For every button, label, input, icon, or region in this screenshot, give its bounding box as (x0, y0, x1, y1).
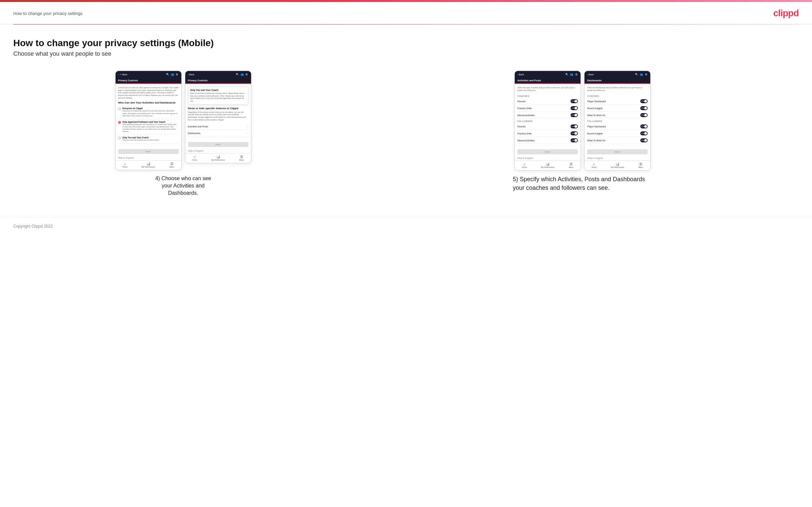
toggle-what-to-work-f[interactable]: ON (640, 138, 648, 143)
nav-menu-3[interactable]: ☰ Menu (569, 162, 573, 168)
back-button-3[interactable]: ‹ Back (517, 73, 524, 76)
help-label-4: Help & Support (587, 156, 648, 159)
save-button-3[interactable]: Save (517, 149, 578, 154)
toggle-what-to-work-followers[interactable]: What To Work On ON (587, 137, 648, 144)
toggle-drills-f[interactable]: ON (570, 131, 578, 135)
bottom-nav-2: ⌂ Home 📊 My Performance ☰ Menu (185, 153, 251, 163)
topbar-icons-2: 🔍 👥 ⚙ (236, 73, 248, 76)
performance-icon-2: 📊 (216, 155, 220, 159)
toggle-what-to-work-coaches[interactable]: What To Work On ON (587, 112, 648, 119)
toggle-what-to-work-c[interactable]: ON (640, 113, 648, 117)
screen-group-left: ‹ < Back 🔍 👥 ⚙ Privacy Controls (115, 71, 251, 170)
settings-icon-4[interactable]: ⚙ (644, 73, 648, 76)
user-icon-2[interactable]: 👥 (241, 73, 244, 76)
left-section: ‹ < Back 🔍 👥 ⚙ Privacy Controls (13, 71, 353, 197)
search-icon[interactable]: 🔍 (166, 73, 169, 76)
save-button-2[interactable]: Save (188, 142, 248, 147)
toggle-manual-c[interactable]: ON (570, 113, 578, 117)
activities-desc: Select the types of activity that you'd … (517, 87, 578, 92)
nav-home-label-3: Home (522, 166, 527, 168)
nav-home-label-4: Home (592, 166, 597, 168)
privacy-desc-1: Control how you and your data appears to… (118, 87, 179, 99)
toggle-round-insights-coaches[interactable]: Round Insights ON (587, 105, 648, 112)
phone-topbar-4: ‹ Back 🔍 👥 ⚙ (585, 71, 650, 78)
nav-home-2[interactable]: ⌂ Home (192, 155, 197, 161)
phone-mockup-2: ‹ Back 🔍 👥 ⚙ Privacy Controls (185, 71, 251, 163)
toggle-rounds-coaches[interactable]: Rounds ON (517, 98, 578, 105)
toggle-rounds-c[interactable]: ON (570, 99, 578, 103)
option-everyone[interactable]: Everyone on Clippd Everyone on Clippd ca… (118, 106, 179, 119)
back-button-4[interactable]: ‹ Back (587, 73, 594, 76)
toggle-drills-c[interactable]: ON (570, 106, 578, 110)
arrow-dashboards: › (247, 132, 248, 135)
user-icon-4[interactable]: 👥 (640, 73, 643, 76)
search-icon-2[interactable]: 🔍 (236, 73, 239, 76)
menu-icon: ☰ (170, 162, 173, 166)
nav-home-1[interactable]: ⌂ Home (122, 162, 128, 168)
phone-group-2: ‹ Back 🔍 👥 ⚙ Privacy Controls (185, 71, 251, 163)
back-button-2[interactable]: ‹ Back (188, 73, 195, 76)
radio-approved[interactable] (118, 121, 121, 124)
toggle-round-insights-c[interactable]: ON (640, 106, 648, 110)
option3-desc: Only you and the coaches you connect wit… (122, 139, 160, 142)
phone-topbar-3: ‹ Back 🔍 👥 ⚙ (515, 71, 580, 78)
nav-menu-4[interactable]: ☰ Menu (639, 162, 643, 168)
rounds-label-c: Rounds (517, 100, 525, 103)
user-icon-3[interactable]: 👥 (570, 73, 573, 76)
save-button-4[interactable]: Save (587, 149, 648, 154)
option-only-you[interactable]: Only You and Your Coach Only you and the… (118, 135, 179, 143)
followers-label-4: FOLLOWERS (587, 119, 648, 123)
search-icon-3[interactable]: 🔍 (565, 73, 568, 76)
menu-dashboards[interactable]: Dashboards › (188, 130, 248, 137)
toggle-player-dash-f[interactable]: ON (640, 124, 648, 128)
nav-perf-label-4: My Performance (611, 166, 624, 168)
search-icon-4[interactable]: 🔍 (635, 73, 638, 76)
section-header-4: Dashboards (585, 78, 650, 84)
toggle-player-dash-c[interactable]: ON (640, 99, 648, 103)
rounds-label-f: Rounds (517, 125, 525, 128)
toggle-drills-followers[interactable]: Practice Drills ON (517, 130, 578, 137)
toggle-manual-f[interactable]: ON (570, 138, 578, 143)
radio-only-you[interactable] (118, 137, 121, 139)
drills-label-c: Practice Drills (517, 107, 532, 110)
dashboards-label: Dashboards (188, 132, 201, 134)
nav-performance-1[interactable]: 📊 My Performance (142, 162, 155, 168)
back-button-1[interactable]: ‹ < Back (118, 73, 128, 76)
settings-icon[interactable]: ⚙ (175, 73, 179, 76)
toggle-manual-followers[interactable]: Manual Activities ON (517, 137, 578, 144)
nav-menu-2[interactable]: ☰ Menu (239, 155, 244, 161)
arrow-activities: › (247, 125, 248, 128)
toggle-rounds-followers[interactable]: Rounds ON (517, 123, 578, 130)
radio-everyone[interactable] (118, 108, 121, 110)
settings-icon-3[interactable]: ⚙ (574, 73, 578, 76)
section-header-3: Activities and Posts (515, 78, 580, 84)
nav-performance-4[interactable]: 📊 My Performance (611, 162, 624, 168)
toggle-manual-coaches[interactable]: Manual Activities ON (517, 112, 578, 119)
toggle-player-dash-coaches[interactable]: Player Dashboard ON (587, 98, 648, 105)
save-button-1[interactable]: Save (118, 149, 179, 154)
toggle-round-insights-f[interactable]: ON (640, 131, 648, 135)
section-header-2: Privacy Controls (185, 78, 251, 84)
settings-icon-2[interactable]: ⚙ (245, 73, 248, 76)
page-content: How to change your privacy settings (Mob… (0, 24, 812, 217)
toggle-player-dash-followers[interactable]: Player Dashboard ON (587, 123, 648, 130)
user-icon[interactable]: 👥 (171, 73, 174, 76)
nav-home-label-1: Home (122, 166, 128, 168)
right-section: ‹ Back 🔍 👥 ⚙ Activities and Posts Select (366, 71, 799, 192)
option1-desc: Everyone on Clippd can search for you an… (122, 110, 179, 117)
toggle-round-insights-followers[interactable]: Round Insights ON (587, 130, 648, 137)
home-icon-3: ⌂ (523, 162, 525, 166)
option-approved[interactable]: Only Approved Followers and Your Coach O… (118, 119, 179, 135)
menu-icon-3: ☰ (569, 162, 572, 166)
menu-activities[interactable]: Activities and Posts › (188, 123, 248, 130)
nav-menu-1[interactable]: ☰ Menu (169, 162, 174, 168)
main-sections: ‹ < Back 🔍 👥 ⚙ Privacy Controls (13, 71, 799, 197)
toggle-rounds-f[interactable]: ON (570, 124, 578, 128)
header: How to change your privacy settings clip… (0, 2, 812, 24)
menu-icon-4: ☰ (639, 162, 642, 166)
nav-home-4[interactable]: ⌂ Home (592, 162, 597, 168)
nav-performance-2[interactable]: 📊 My Performance (211, 155, 225, 161)
toggle-drills-coaches[interactable]: Practice Drills ON (517, 105, 578, 112)
nav-performance-3[interactable]: 📊 My Performance (541, 162, 554, 168)
nav-home-3[interactable]: ⌂ Home (522, 162, 527, 168)
